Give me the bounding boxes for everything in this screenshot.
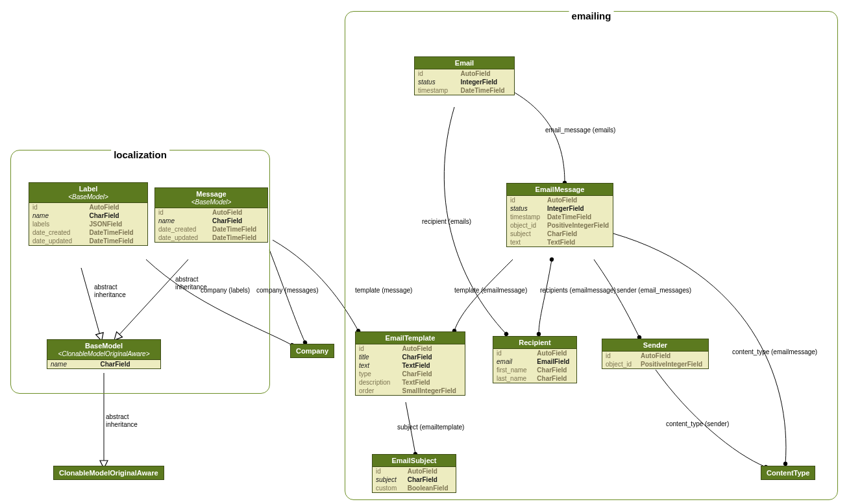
field-name: custom xyxy=(373,484,404,492)
edge-company-messages: company (messages) xyxy=(256,287,319,294)
edge-recipient-emails: recipient (emails) xyxy=(422,218,471,226)
field-name: status xyxy=(415,78,457,86)
class-body: idAutoFieldnameCharFielddate_createdDate… xyxy=(155,208,267,242)
field-name: date_created xyxy=(155,225,209,234)
field-name: labels xyxy=(29,220,86,228)
field-name: first_name xyxy=(493,366,534,374)
class-contenttype: ContentType xyxy=(761,466,815,480)
field-type: PositiveIntegerField xyxy=(637,360,708,368)
class-name: EmailSubject xyxy=(391,457,436,464)
class-sender: Sender idAutoFieldobject_idPositiveInteg… xyxy=(602,339,709,369)
field-name: subject xyxy=(507,230,544,238)
field-name: id xyxy=(155,208,209,217)
class-name: EmailTemplate xyxy=(386,334,436,342)
field-type: CharField xyxy=(399,370,465,378)
field-type: AutoField xyxy=(404,467,456,475)
field-name: date_updated xyxy=(155,234,209,242)
field-type: TextField xyxy=(399,378,465,387)
edge-abstract-inheritance: abstract inheritance xyxy=(106,413,138,429)
field-type: IntegerField xyxy=(544,204,613,213)
field-name: date_updated xyxy=(29,237,86,245)
field-type: AutoField xyxy=(209,208,267,217)
class-body: nameCharField xyxy=(47,360,160,368)
class-body: idAutoFieldstatusIntegerFieldtimestampDa… xyxy=(507,196,613,246)
field-name: date_created xyxy=(29,228,86,237)
field-type: PositiveIntegerField xyxy=(544,221,613,230)
class-header: Message <BaseModel> xyxy=(155,188,267,208)
edge-sender-email-messages: sender (email_messages) xyxy=(617,287,691,294)
field-name: status xyxy=(507,204,544,213)
field-type: DateTimeField xyxy=(209,225,267,234)
field-name: timestamp xyxy=(415,86,457,95)
field-type: EmailField xyxy=(534,357,576,366)
class-body: idAutoFieldsubjectCharFieldcustomBoolean… xyxy=(373,467,456,492)
field-type: CharField xyxy=(404,475,456,484)
edge-recipients-emailmessage: recipients (emailmessage) xyxy=(540,287,616,294)
field-name: name xyxy=(47,360,97,368)
field-type: DateTimeField xyxy=(209,234,267,242)
field-name: name xyxy=(155,217,209,225)
class-body: idAutoFieldnameCharFieldlabelsJSONFieldd… xyxy=(29,203,147,245)
field-name: id xyxy=(602,352,637,360)
class-name: Email xyxy=(455,59,474,67)
package-title: emailing xyxy=(569,10,614,21)
field-type: IntegerField xyxy=(457,78,514,86)
field-name: email xyxy=(493,357,534,366)
class-body: idAutoFieldemailEmailFieldfirst_nameChar… xyxy=(493,349,576,383)
edge-company-labels: company (labels) xyxy=(201,287,250,294)
class-name: Recipient xyxy=(519,339,551,346)
class-body: idAutoFieldstatusIntegerFieldtimestampDa… xyxy=(415,69,514,95)
edge-email-message-emails: email_message (emails) xyxy=(545,126,615,134)
field-type: AutoField xyxy=(534,349,576,357)
field-type: AutoField xyxy=(544,196,613,204)
class-email: Email idAutoFieldstatusIntegerFieldtimes… xyxy=(414,56,515,95)
class-name: EmailMessage xyxy=(535,186,585,193)
edge-content-type-sender: content_type (sender) xyxy=(666,420,729,428)
class-message: Message <BaseModel> idAutoFieldnameCharF… xyxy=(154,187,268,243)
class-label: Label <BaseModel> idAutoFieldnameCharFie… xyxy=(29,182,148,246)
class-header: Recipient xyxy=(493,337,576,349)
field-name: id xyxy=(493,349,534,357)
class-header: BaseModel <ClonableModelOriginalAware> xyxy=(47,340,160,360)
class-name: Label xyxy=(79,185,98,193)
field-type: AutoField xyxy=(637,352,708,360)
field-name: object_id xyxy=(602,360,637,368)
class-basemodel: BaseModel <ClonableModelOriginalAware> n… xyxy=(47,339,161,369)
field-type: DateTimeField xyxy=(457,86,514,95)
field-name: id xyxy=(507,196,544,204)
edge-template-emailmessage: template (emailmessage) xyxy=(454,287,527,294)
field-type: AutoField xyxy=(86,203,148,211)
field-name: subject xyxy=(373,475,404,484)
class-stereo: <BaseModel> xyxy=(158,198,265,206)
class-header: Email xyxy=(415,57,514,69)
field-type: CharField xyxy=(534,374,576,383)
class-name: Message xyxy=(196,190,226,198)
class-body: idAutoFieldtitleCharFieldtextTextFieldty… xyxy=(356,344,465,395)
class-header: Sender xyxy=(602,339,708,352)
field-type: AutoField xyxy=(457,69,514,78)
class-name: BaseModel xyxy=(85,342,123,350)
field-name: title xyxy=(356,353,399,361)
class-name: Sender xyxy=(643,341,667,349)
class-stereo: <ClonableModelOriginalAware> xyxy=(50,350,158,357)
class-header: Label <BaseModel> xyxy=(29,183,147,203)
field-type: CharField xyxy=(97,360,160,368)
field-type: DateTimeField xyxy=(544,213,613,221)
field-type: BooleanField xyxy=(404,484,456,492)
field-type: TextField xyxy=(544,238,613,246)
field-name: id xyxy=(415,69,457,78)
field-name: type xyxy=(356,370,399,378)
class-company: Company xyxy=(290,344,334,358)
field-name: id xyxy=(356,344,399,353)
class-header: EmailTemplate xyxy=(356,332,465,344)
field-name: last_name xyxy=(493,374,534,383)
field-name: id xyxy=(373,467,404,475)
field-name: timestamp xyxy=(507,213,544,221)
field-type: JSONField xyxy=(86,220,148,228)
field-name: name xyxy=(29,211,86,220)
field-name: text xyxy=(356,361,399,370)
edge-content-type-emailmessage: content_type (emailmessage) xyxy=(732,348,817,356)
class-body: idAutoFieldobject_idPositiveIntegerField xyxy=(602,352,708,368)
class-recipient: Recipient idAutoFieldemailEmailFieldfirs… xyxy=(493,336,577,383)
field-type: CharField xyxy=(534,366,576,374)
